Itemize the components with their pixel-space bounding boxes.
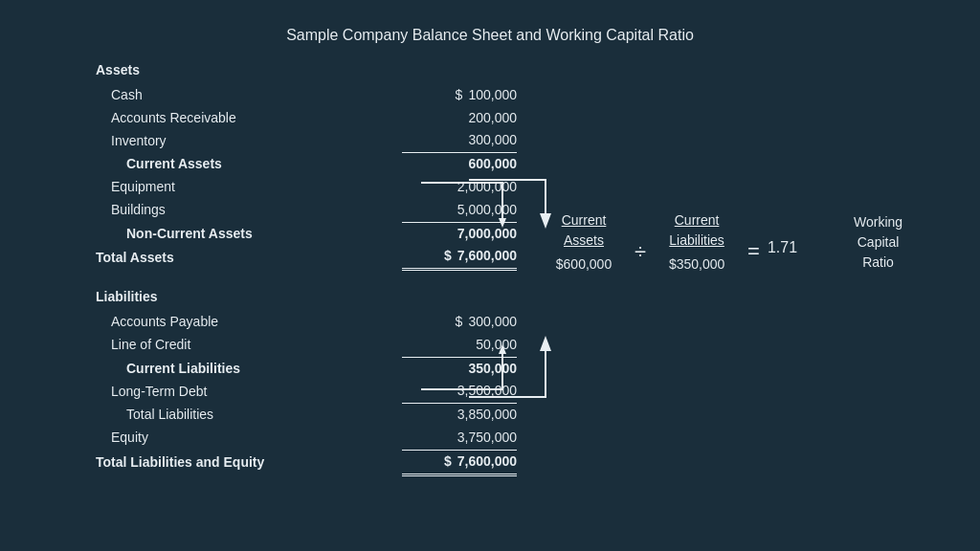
divide-operator: ÷ (627, 239, 654, 264)
inventory-row: Inventory 300,000 (96, 129, 517, 153)
total-le-row: Total Liabilities and Equity $ 7,600,000 (96, 451, 517, 476)
current-assets-value: $600,000 (541, 256, 627, 272)
current-liabilities-row: Current Liabilities 350,000 (96, 358, 517, 381)
ap-row: Accounts Payable $ 300,000 (96, 311, 517, 334)
balance-sheet: Assets Cash $ 100,000 Accounts Receivabl… (96, 59, 517, 476)
loc-row: Line of Credit 50,000 (96, 334, 517, 358)
equals-operator: = (740, 239, 768, 264)
current-assets-col: Current Assets $600,000 (541, 210, 627, 272)
total-liabilities-row: Total Liabilities 3,850,000 (96, 404, 517, 427)
liabilities-header: Liabilities (96, 286, 517, 311)
total-assets-row: Total Assets $ 7,600,000 (96, 245, 517, 271)
cash-row: Cash $ 100,000 (96, 84, 517, 107)
assets-header: Assets (96, 59, 517, 84)
current-liab-value: $350,000 (654, 256, 740, 272)
ltd-row: Long-Term Debt 3,500,000 (96, 380, 517, 404)
equity-row: Equity 3,750,000 (96, 427, 517, 451)
current-assets-row: Current Assets 600,000 (96, 153, 517, 176)
wc-label-2: Capital (854, 232, 902, 253)
wc-label-1: Working (854, 212, 902, 232)
working-capital-ratio-label: Working Capital Ratio (854, 212, 902, 273)
current-liab-col: Current Liabilities $350,000 (654, 210, 740, 272)
current-assets-label-1: Current (562, 212, 607, 228)
diagram-container: Current Assets $600,000 ÷ Current Liabil… (541, 210, 797, 272)
buildings-row: Buildings 5,000,000 (96, 199, 517, 223)
current-liab-label-2: Liabilities (669, 232, 724, 248)
current-assets-label-2: Assets (564, 232, 604, 248)
ratio-result: 1.71 (768, 239, 797, 256)
current-liab-label-1: Current (675, 212, 720, 228)
equipment-row: Equipment 2,000,000 (96, 176, 517, 199)
noncurrent-assets-row: Non-Current Assets 7,000,000 (96, 223, 517, 246)
page-title: Sample Company Balance Sheet and Working… (0, 0, 980, 59)
wc-label-3: Ratio (854, 253, 902, 273)
ar-row: Accounts Receivable 200,000 (96, 107, 517, 130)
